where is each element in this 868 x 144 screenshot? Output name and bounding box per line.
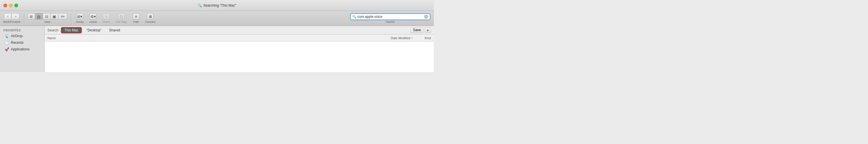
content-area: Search: This Mac "Desktop" Shared Save +: [44, 26, 434, 72]
group-icon: ⊞▾: [76, 13, 83, 20]
search-wrapper: 🔍 × Search: [350, 13, 430, 23]
close-button[interactable]: [3, 3, 7, 7]
connect-icon: 🖥: [147, 13, 154, 20]
search-box[interactable]: 🔍 ×: [350, 13, 430, 20]
col-name-header[interactable]: Name: [48, 36, 391, 40]
view-more-btn[interactable]: ⊞▾: [59, 13, 67, 20]
path-icon: ≡: [133, 13, 140, 20]
minimize-button[interactable]: [9, 3, 12, 7]
back-button[interactable]: ‹: [4, 13, 11, 20]
search-sub-bar: Search: This Mac "Desktop" Shared Save +: [44, 26, 434, 34]
view-buttons: ⊞ ▤ ⊟ ▣ ⊞▾: [28, 13, 67, 20]
search-input[interactable]: [358, 15, 423, 19]
nav-section: ‹ › Back/Forward: [3, 13, 21, 23]
share-icon: ↑: [103, 13, 110, 20]
add-filter-button[interactable]: +: [425, 27, 431, 33]
share-button[interactable]: ↑ Share: [101, 13, 112, 24]
airdrop-label: AirDrop: [11, 34, 23, 38]
group-label: Group: [76, 20, 84, 23]
view-gallery-btn[interactable]: ▣: [51, 13, 58, 20]
sidebar-item-recents[interactable]: 🕐 Recents: [1, 40, 43, 46]
forward-button[interactable]: ›: [12, 13, 20, 20]
main-area: Favorites 📡 AirDrop 🕐 Recents 🚀 Applicat…: [0, 26, 434, 72]
col-kind-header[interactable]: Kind: [425, 36, 431, 40]
share-label: Share: [102, 20, 110, 23]
recents-label: Recents: [11, 41, 24, 45]
edit-tags-icon: ◻: [118, 13, 125, 20]
sidebar-item-applications[interactable]: 🚀 Applications: [1, 46, 43, 52]
search-tab-desktop[interactable]: "Desktop": [84, 27, 104, 33]
window-title: 🔍 Searching "This Mac": [197, 3, 236, 7]
airdrop-icon: 📡: [5, 34, 9, 38]
recents-icon: 🕐: [5, 40, 9, 45]
search-prefix: Search:: [48, 28, 59, 32]
view-label: View: [44, 20, 50, 23]
toolbar: ‹ › Back/Forward ⊞ ▤ ⊟ ▣ ⊞▾ View ⊞▾ Grou…: [0, 11, 434, 26]
edit-tags-button[interactable]: ◻ Edit Tags: [114, 13, 129, 24]
nav-label: Back/Forward: [3, 20, 21, 23]
col-date-header[interactable]: Date Modified ∨: [391, 36, 413, 40]
path-label: Path: [133, 20, 139, 23]
search-clear-button[interactable]: ×: [424, 15, 428, 19]
view-section: ⊞ ▤ ⊟ ▣ ⊞▾ View: [28, 13, 67, 23]
view-column-btn[interactable]: ⊟: [43, 13, 51, 20]
nav-buttons: ‹ ›: [4, 13, 20, 20]
applications-icon: 🚀: [5, 47, 9, 52]
sort-icon: ∨: [411, 37, 413, 40]
search-icon: 🔍: [352, 15, 356, 19]
column-headers: Name Date Modified ∨ Kind: [44, 34, 434, 42]
action-icon: ⚙▾: [90, 13, 96, 20]
search-tab-this-mac[interactable]: This Mac: [61, 27, 82, 33]
maximize-button[interactable]: [14, 3, 18, 7]
title-bar: 🔍 Searching "This Mac": [0, 0, 434, 11]
divider-1: [24, 13, 24, 24]
sidebar-favorites-label: Favorites: [0, 28, 44, 32]
sidebar-item-airdrop[interactable]: 📡 AirDrop: [1, 33, 43, 39]
action-button[interactable]: ⚙▾ Action: [88, 13, 98, 24]
search-label: Search: [386, 20, 395, 23]
search-tab-shared[interactable]: Shared: [106, 27, 123, 33]
traffic-lights: [3, 3, 18, 7]
view-icon-btn[interactable]: ⊞: [28, 13, 35, 20]
sidebar: Favorites 📡 AirDrop 🕐 Recents 🚀 Applicat…: [0, 26, 44, 72]
save-button[interactable]: Save: [410, 27, 423, 33]
view-list-btn[interactable]: ▤: [35, 13, 43, 20]
action-label: Action: [89, 20, 97, 23]
group-button[interactable]: ⊞▾ Group: [74, 13, 85, 24]
path-button[interactable]: ≡ Path: [131, 13, 141, 24]
connect-label: Connect: [145, 20, 155, 23]
applications-label: Applications: [11, 47, 30, 51]
title-icon: 🔍: [197, 3, 202, 7]
file-list-empty: [44, 42, 434, 72]
connect-button[interactable]: 🖥 Connect: [144, 13, 157, 24]
edit-tags-label: Edit Tags: [116, 20, 127, 23]
